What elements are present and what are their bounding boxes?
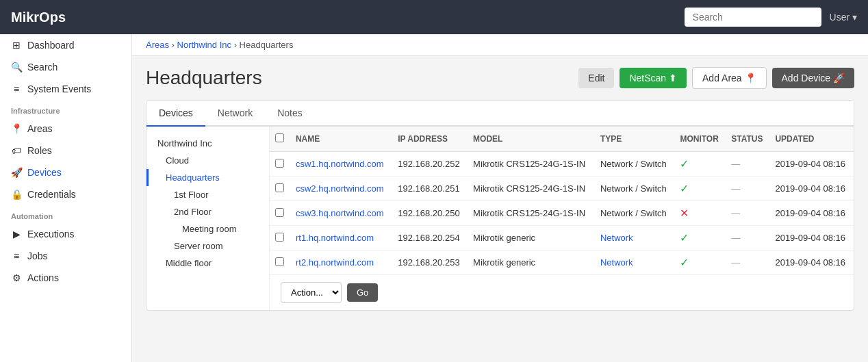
row-type: Network / Switch [595,177,674,201]
row-monitor: ✓ [674,226,726,250]
action-select[interactable]: Action... [281,282,342,303]
monitor-check-icon: ✓ [680,232,689,244]
row-model: Mikrotik CRS125-24G-1S-IN [468,177,595,201]
breadcrumb-northwind[interactable]: Northwind Inc [177,40,231,50]
add-device-label: Add Device [782,73,831,83]
tab-network[interactable]: Network [205,101,265,127]
row-model: Mikrotik generic [468,226,595,250]
add-area-button[interactable]: Add Area 📍 [692,67,767,89]
add-area-label: Add Area [702,73,742,83]
sidebar-item-executions[interactable]: ▶ Executions [0,223,131,245]
navbar: MikrOps User [0,0,868,34]
row-monitor: ✓ [674,177,726,201]
breadcrumb-current: Headquarters [240,40,294,50]
row-status: — [726,226,769,250]
select-all-checkbox[interactable] [275,133,284,142]
tree-northwind[interactable]: Northwind Inc [146,135,269,152]
row-updated: 2019-09-04 08:16 [769,201,854,226]
tree-middle-floor[interactable]: Middle floor [146,255,269,272]
tag-icon: 🏷 [11,145,22,156]
tree-1st-floor[interactable]: 1st Floor [146,186,269,203]
row-checkbox-cell [270,177,290,201]
page-container: Headquarters Edit NetScan ⬆ Add Area 📍 A… [132,56,868,322]
row-status: — [726,250,769,275]
breadcrumb-sep2: › [234,40,240,50]
sidebar-item-label: Dashboard [27,40,75,51]
row-status: — [726,201,769,226]
col-status: STATUS [726,127,769,152]
sidebar-item-areas[interactable]: 📍 Areas [0,118,131,140]
tab-notes[interactable]: Notes [265,101,315,127]
navbar-right: User [685,8,857,27]
tab-devices[interactable]: Devices [146,101,205,127]
sidebar-item-label: Areas [27,123,53,134]
search-icon: 🔍 [11,62,22,73]
status-dash: — [731,233,740,243]
row-checkbox[interactable] [275,233,284,242]
rocket-icon: 🚀 [11,167,22,178]
go-button[interactable]: Go [347,283,378,302]
sidebar-item-label: Actions [27,272,59,283]
area-tree: Northwind Inc Cloud Headquarters 1st Flo… [146,127,270,310]
tree-headquarters[interactable]: Headquarters [146,169,269,186]
gear-icon: ⚙ [11,272,22,283]
devices-table: NAME IP ADDRESS MODEL TYPE MONITOR STATU… [270,127,854,274]
sidebar-item-dashboard[interactable]: ⊞ Dashboard [0,34,131,56]
rocket-add-icon: 🚀 [833,73,845,83]
edit-button[interactable]: Edit [578,68,614,88]
row-monitor: ✓ [674,250,726,275]
device-link[interactable]: csw1.hq.nortwind.com [296,159,384,169]
sidebar-item-jobs[interactable]: ≡ Jobs [0,245,131,267]
row-name: rt1.hq.nortwind.com [290,226,392,250]
col-name: NAME [290,127,392,152]
device-link[interactable]: rt1.hq.nortwind.com [296,233,374,243]
device-link[interactable]: csw3.hq.nortwind.com [296,208,384,218]
status-dash: — [731,208,740,218]
lock-icon: 🔒 [11,189,22,200]
sidebar-item-label: Jobs [27,250,48,261]
device-link[interactable]: csw2.hq.nortwind.com [296,183,384,194]
col-updated: UPDATED [769,127,854,152]
sidebar-item-credentials[interactable]: 🔒 Credentials [0,183,131,205]
breadcrumb-areas[interactable]: Areas [146,40,169,50]
row-checkbox[interactable] [275,183,284,192]
row-updated: 2019-09-04 08:16 [769,250,854,275]
add-device-button[interactable]: Add Device 🚀 [772,68,854,88]
netscan-button[interactable]: NetScan ⬆ [620,68,687,88]
device-link[interactable]: rt2.hq.nortwind.com [296,257,374,268]
search-input[interactable] [685,8,821,27]
sidebar-item-roles[interactable]: 🏷 Roles [0,140,131,161]
tree-server-room[interactable]: Server room [146,237,269,255]
user-menu[interactable]: User [830,12,857,23]
infrastructure-label: Infrastructure [0,100,131,118]
row-ip: 192.168.20.252 [392,152,468,177]
tabs: Devices Network Notes [146,101,854,127]
row-updated: 2019-09-04 08:16 [769,177,854,201]
app-brand: MikrOps [11,10,66,25]
breadcrumb: Areas › Northwind Inc › Headquarters [132,34,868,56]
main-panel: Devices Network Notes Northwind Inc Clou… [146,100,854,311]
row-model: Mikrotik CRS125-24G-1S-IN [468,152,595,177]
sidebar-item-system-events[interactable]: ≡ System Events [0,78,131,100]
row-checkbox-cell [270,152,290,177]
sidebar-item-devices[interactable]: 🚀 Devices [0,161,131,183]
row-checkbox[interactable] [275,159,284,168]
tree-meeting-room[interactable]: Meeting room [146,220,269,237]
row-checkbox-cell [270,201,290,226]
col-ip: IP ADDRESS [392,127,468,152]
row-type: Network [595,226,674,250]
sidebar-item-actions[interactable]: ⚙ Actions [0,267,131,289]
header-actions: Edit NetScan ⬆ Add Area 📍 Add Device 🚀 [578,67,854,89]
row-ip: 192.168.20.253 [392,250,468,275]
dashboard-icon: ⊞ [11,40,22,51]
tree-cloud[interactable]: Cloud [146,152,269,169]
row-checkbox[interactable] [275,208,284,217]
col-model: MODEL [468,127,595,152]
row-name: csw2.hq.nortwind.com [290,177,392,201]
sidebar-item-label: Credentials [27,189,76,200]
row-checkbox[interactable] [275,257,284,266]
row-model: Mikrotik CRS125-24G-1S-IN [468,201,595,226]
tree-2nd-floor[interactable]: 2nd Floor [146,203,269,220]
sidebar-item-search[interactable]: 🔍 Search [0,56,131,78]
row-type: Network [595,250,674,275]
